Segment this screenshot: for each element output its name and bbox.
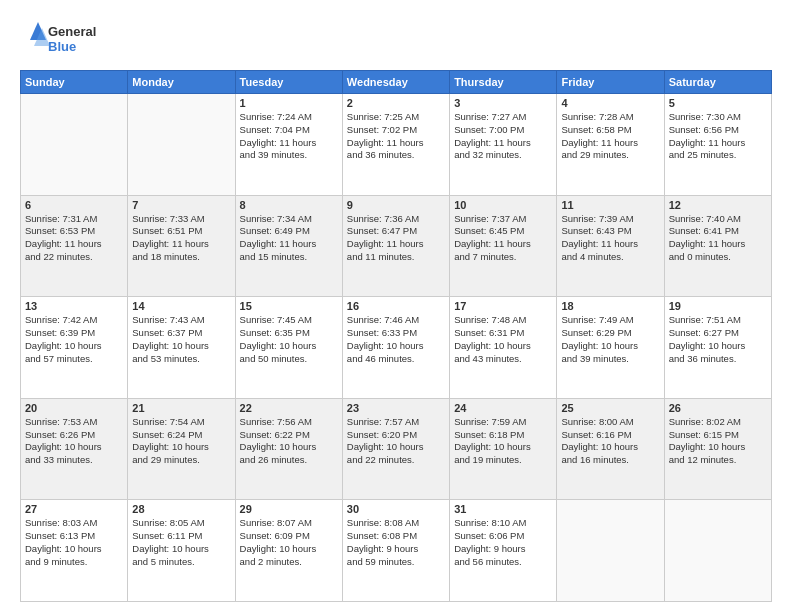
- day-number: 18: [561, 300, 659, 312]
- weekday-header: Tuesday: [235, 71, 342, 94]
- cell-info: and 39 minutes.: [561, 353, 659, 366]
- cell-info: and 22 minutes.: [347, 454, 445, 467]
- day-number: 1: [240, 97, 338, 109]
- cell-info: Sunrise: 7:31 AM: [25, 213, 123, 226]
- calendar-cell: 28Sunrise: 8:05 AMSunset: 6:11 PMDayligh…: [128, 500, 235, 602]
- cell-info: Sunset: 6:06 PM: [454, 530, 552, 543]
- cell-info: Daylight: 10 hours: [454, 441, 552, 454]
- cell-info: Sunrise: 7:33 AM: [132, 213, 230, 226]
- calendar-cell: [21, 94, 128, 196]
- cell-info: Sunrise: 7:36 AM: [347, 213, 445, 226]
- cell-info: Sunrise: 7:30 AM: [669, 111, 767, 124]
- cell-info: and 39 minutes.: [240, 149, 338, 162]
- cell-info: Sunset: 6:45 PM: [454, 225, 552, 238]
- cell-info: Daylight: 10 hours: [561, 441, 659, 454]
- calendar-cell: 11Sunrise: 7:39 AMSunset: 6:43 PMDayligh…: [557, 195, 664, 297]
- cell-info: and 33 minutes.: [25, 454, 123, 467]
- cell-info: Daylight: 9 hours: [347, 543, 445, 556]
- day-number: 28: [132, 503, 230, 515]
- cell-info: Sunset: 7:04 PM: [240, 124, 338, 137]
- cell-info: Sunset: 6:13 PM: [25, 530, 123, 543]
- day-number: 7: [132, 199, 230, 211]
- cell-info: Sunset: 6:27 PM: [669, 327, 767, 340]
- calendar-cell: [128, 94, 235, 196]
- day-number: 12: [669, 199, 767, 211]
- calendar-cell: 23Sunrise: 7:57 AMSunset: 6:20 PMDayligh…: [342, 398, 449, 500]
- logo-icon: General Blue: [20, 18, 110, 60]
- cell-info: Sunset: 6:35 PM: [240, 327, 338, 340]
- svg-text:Blue: Blue: [48, 39, 76, 54]
- calendar-cell: 14Sunrise: 7:43 AMSunset: 6:37 PMDayligh…: [128, 297, 235, 399]
- cell-info: Sunrise: 7:45 AM: [240, 314, 338, 327]
- cell-info: Sunset: 6:11 PM: [132, 530, 230, 543]
- cell-info: and 57 minutes.: [25, 353, 123, 366]
- weekday-header: Wednesday: [342, 71, 449, 94]
- svg-text:General: General: [48, 24, 96, 39]
- cell-info: Sunset: 6:49 PM: [240, 225, 338, 238]
- cell-info: Sunrise: 8:10 AM: [454, 517, 552, 530]
- calendar-cell: 2Sunrise: 7:25 AMSunset: 7:02 PMDaylight…: [342, 94, 449, 196]
- cell-info: Sunrise: 8:05 AM: [132, 517, 230, 530]
- day-number: 13: [25, 300, 123, 312]
- day-number: 10: [454, 199, 552, 211]
- cell-info: and 22 minutes.: [25, 251, 123, 264]
- day-number: 17: [454, 300, 552, 312]
- weekday-header: Thursday: [450, 71, 557, 94]
- calendar-cell: 19Sunrise: 7:51 AMSunset: 6:27 PMDayligh…: [664, 297, 771, 399]
- calendar-cell: 26Sunrise: 8:02 AMSunset: 6:15 PMDayligh…: [664, 398, 771, 500]
- cell-info: and 9 minutes.: [25, 556, 123, 569]
- cell-info: and 19 minutes.: [454, 454, 552, 467]
- day-number: 8: [240, 199, 338, 211]
- cell-info: Sunset: 6:15 PM: [669, 429, 767, 442]
- calendar-cell: 27Sunrise: 8:03 AMSunset: 6:13 PMDayligh…: [21, 500, 128, 602]
- cell-info: Sunset: 6:29 PM: [561, 327, 659, 340]
- cell-info: Daylight: 10 hours: [347, 441, 445, 454]
- cell-info: Sunset: 6:56 PM: [669, 124, 767, 137]
- cell-info: Daylight: 10 hours: [240, 543, 338, 556]
- cell-info: Sunrise: 7:48 AM: [454, 314, 552, 327]
- cell-info: Daylight: 11 hours: [25, 238, 123, 251]
- cell-info: Sunset: 6:20 PM: [347, 429, 445, 442]
- cell-info: Sunset: 6:53 PM: [25, 225, 123, 238]
- day-number: 24: [454, 402, 552, 414]
- cell-info: and 26 minutes.: [240, 454, 338, 467]
- cell-info: Sunrise: 7:46 AM: [347, 314, 445, 327]
- cell-info: Sunrise: 8:03 AM: [25, 517, 123, 530]
- cell-info: Daylight: 10 hours: [25, 340, 123, 353]
- cell-info: Daylight: 11 hours: [240, 238, 338, 251]
- calendar-cell: [557, 500, 664, 602]
- calendar-cell: 12Sunrise: 7:40 AMSunset: 6:41 PMDayligh…: [664, 195, 771, 297]
- cell-info: Sunrise: 7:24 AM: [240, 111, 338, 124]
- day-number: 29: [240, 503, 338, 515]
- cell-info: and 18 minutes.: [132, 251, 230, 264]
- cell-info: Sunrise: 7:34 AM: [240, 213, 338, 226]
- day-number: 16: [347, 300, 445, 312]
- cell-info: Sunrise: 7:43 AM: [132, 314, 230, 327]
- cell-info: Sunset: 6:16 PM: [561, 429, 659, 442]
- cell-info: and 53 minutes.: [132, 353, 230, 366]
- calendar-cell: 21Sunrise: 7:54 AMSunset: 6:24 PMDayligh…: [128, 398, 235, 500]
- calendar-cell: 15Sunrise: 7:45 AMSunset: 6:35 PMDayligh…: [235, 297, 342, 399]
- calendar-row: 6Sunrise: 7:31 AMSunset: 6:53 PMDaylight…: [21, 195, 772, 297]
- cell-info: Sunrise: 8:02 AM: [669, 416, 767, 429]
- cell-info: and 46 minutes.: [347, 353, 445, 366]
- weekday-header: Monday: [128, 71, 235, 94]
- cell-info: Sunset: 6:51 PM: [132, 225, 230, 238]
- cell-info: and 36 minutes.: [669, 353, 767, 366]
- header: General Blue: [20, 18, 772, 60]
- calendar-row: 27Sunrise: 8:03 AMSunset: 6:13 PMDayligh…: [21, 500, 772, 602]
- cell-info: Daylight: 11 hours: [454, 137, 552, 150]
- cell-info: Sunset: 6:24 PM: [132, 429, 230, 442]
- calendar-table: SundayMondayTuesdayWednesdayThursdayFrid…: [20, 70, 772, 602]
- cell-info: and 59 minutes.: [347, 556, 445, 569]
- calendar-cell: 7Sunrise: 7:33 AMSunset: 6:51 PMDaylight…: [128, 195, 235, 297]
- day-number: 21: [132, 402, 230, 414]
- cell-info: Daylight: 11 hours: [132, 238, 230, 251]
- calendar-cell: 10Sunrise: 7:37 AMSunset: 6:45 PMDayligh…: [450, 195, 557, 297]
- cell-info: Sunrise: 7:54 AM: [132, 416, 230, 429]
- calendar-cell: 25Sunrise: 8:00 AMSunset: 6:16 PMDayligh…: [557, 398, 664, 500]
- cell-info: Sunrise: 7:40 AM: [669, 213, 767, 226]
- cell-info: and 4 minutes.: [561, 251, 659, 264]
- cell-info: and 15 minutes.: [240, 251, 338, 264]
- day-number: 11: [561, 199, 659, 211]
